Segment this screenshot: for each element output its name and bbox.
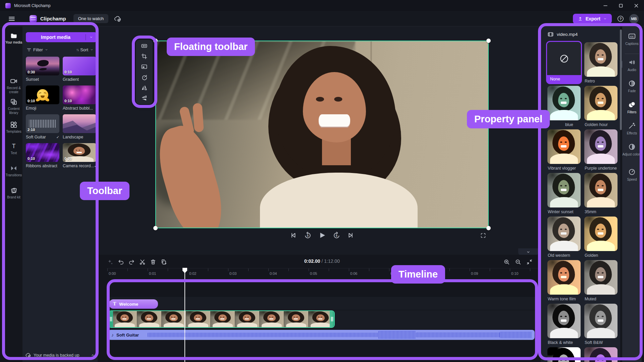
filter-option-soft-bw[interactable] <box>584 304 618 338</box>
media-thumbnail: 0:10 <box>63 85 96 104</box>
svg-text:5: 5 <box>336 234 337 237</box>
clipchamp-app-logo-icon[interactable] <box>30 15 37 22</box>
undo-button[interactable] <box>117 258 125 266</box>
split-scissors-button[interactable] <box>138 258 147 266</box>
zoom-to-fit-button[interactable] <box>525 258 534 266</box>
selection-handle-bottom-left[interactable] <box>153 226 158 230</box>
media-item-emoji[interactable]: 0:10 Emoji <box>26 85 59 111</box>
sidebar-item-content-library[interactable]: Content library <box>5 98 22 115</box>
sidebar-item-transitions[interactable]: Transitions <box>5 165 22 177</box>
menu-icon[interactable] <box>6 13 17 24</box>
media-item-ribbons-abstract[interactable]: 0:10 Ribbons abstract <box>26 143 59 168</box>
filter-option-black-white[interactable] <box>547 304 581 338</box>
play-button[interactable] <box>318 231 326 240</box>
video-clip[interactable] <box>108 310 335 328</box>
duplicate-button[interactable] <box>160 258 168 266</box>
selection-handle-top-left[interactable] <box>153 39 158 43</box>
sort-label: Sort <box>80 47 88 52</box>
filter-option-partial[interactable] <box>584 347 618 362</box>
rail-item-audio[interactable]: Audio <box>622 58 642 72</box>
audio-clip-soft-guitar[interactable]: ♪ Soft Guitar <box>108 330 535 340</box>
text-clip-welcome[interactable]: T Welcome <box>109 299 158 309</box>
sort-dropdown[interactable]: ↑↓ Sort <box>76 47 94 52</box>
filter-dropdown[interactable]: Filter <box>26 47 48 52</box>
sidebar-item-text[interactable]: T Text <box>5 142 22 155</box>
resize-icon[interactable] <box>140 42 149 50</box>
rail-item-effects[interactable]: Effects <box>622 122 642 135</box>
property-panel-scrollbar[interactable] <box>620 29 622 130</box>
export-button[interactable]: Export <box>573 14 612 24</box>
timeline-ruler[interactable]: 0:00 0:01 0:02 0:03 0:04 0:05 0:06 0:07 … <box>107 268 538 278</box>
trim-handle-left[interactable] <box>109 311 113 327</box>
rail-item-adjust-colors[interactable]: Adjust colors <box>622 143 642 157</box>
sidebar-label: Transitions <box>6 173 22 177</box>
selection-handle-top-right[interactable] <box>486 39 491 43</box>
rail-item-speed[interactable]: Speed <box>622 168 642 182</box>
maximize-button[interactable] <box>613 0 629 11</box>
sidebar-item-your-media[interactable]: Your media <box>5 32 22 45</box>
media-item-sunset[interactable]: 0:30 Sunset <box>26 57 59 82</box>
audio-clip-label: Soft Guitar <box>116 333 139 338</box>
filter-option-old-western[interactable] <box>547 217 581 251</box>
video-preview[interactable] <box>155 41 489 228</box>
rail-item-captions[interactable]: CC Captions <box>622 32 642 46</box>
help-button[interactable]: ? <box>616 14 625 23</box>
media-item-abstract-bubbles[interactable]: 0:10 Abstract bubbl... <box>63 85 96 111</box>
filter-option-golden-hour[interactable] <box>584 86 618 120</box>
filter-option-warm-tone-film[interactable] <box>547 260 581 295</box>
floating-toolbar <box>136 40 153 104</box>
filter-option-purple-undertone[interactable] <box>584 129 618 164</box>
playhead[interactable] <box>184 270 185 362</box>
media-item-landscape[interactable]: 0:40 Landscape <box>63 114 96 139</box>
filter-option-none-selected[interactable]: None <box>546 41 582 84</box>
sidebar-label: Your media <box>5 41 22 45</box>
annotation-label-toolbar: Toolbar <box>80 182 129 200</box>
trim-handle-right[interactable] <box>330 311 334 327</box>
filter-option-35mm[interactable] <box>584 173 618 207</box>
skip-to-start-button[interactable] <box>289 231 298 240</box>
rotate-icon[interactable] <box>140 73 149 82</box>
fade-icon <box>628 79 636 87</box>
minimize-button[interactable] <box>598 0 613 11</box>
filter-option-vibrant-vlogger[interactable] <box>547 129 581 164</box>
skip-to-end-button[interactable] <box>346 231 355 240</box>
cloud-sync-icon <box>114 15 121 22</box>
rail-item-fade[interactable]: Fade <box>622 79 642 93</box>
import-media-button[interactable]: Import media <box>26 32 97 42</box>
zoom-in-button[interactable] <box>502 258 511 266</box>
close-button[interactable] <box>629 0 644 11</box>
filter-option-retro[interactable] <box>584 42 618 77</box>
chevron-down-icon <box>90 48 94 52</box>
import-options-chevron[interactable] <box>86 35 97 39</box>
flip-horizontal-icon[interactable] <box>140 83 149 92</box>
backup-status[interactable]: Your media is backed up <box>25 352 95 358</box>
adjust-colors-icon <box>628 143 636 151</box>
filter-option-blue[interactable] <box>547 86 581 120</box>
zoom-out-button[interactable] <box>514 258 522 266</box>
sidebar-item-templates[interactable]: Templates <box>5 121 22 134</box>
selection-handle-bottom-right[interactable] <box>486 226 491 230</box>
forward-5s-button[interactable]: 5 <box>332 231 341 240</box>
avatar[interactable]: MB <box>629 14 639 23</box>
fullscreen-button[interactable] <box>479 231 487 239</box>
rail-item-filters-selected[interactable]: Filters <box>622 101 642 114</box>
media-item-soft-guitar[interactable]: 2:10 Soft Guitar✓ <box>26 114 59 139</box>
filter-option-winter-sunset[interactable] <box>547 173 581 207</box>
project-title-tab[interactable]: One to watch <box>73 14 109 23</box>
sidebar-item-brand-kit[interactable]: Brand kit <box>5 187 22 199</box>
crop-icon[interactable] <box>140 52 149 61</box>
rewind-5s-button[interactable]: 5 <box>303 231 312 240</box>
flip-vertical-icon[interactable] <box>140 94 149 103</box>
picture-in-picture-icon[interactable] <box>140 62 149 71</box>
media-item-camera-recording[interactable]: 0:20 Camera record...✓ <box>63 143 96 168</box>
delete-button[interactable] <box>149 258 157 266</box>
filter-option-partial[interactable] <box>547 347 581 362</box>
media-item-gradient[interactable]: 0:10 Gradient <box>63 57 96 82</box>
filter-option-muted[interactable] <box>584 260 618 295</box>
svg-text:?: ? <box>620 17 622 21</box>
redo-button[interactable] <box>127 258 136 266</box>
text-tool-icon: T <box>10 142 17 150</box>
sidebar-item-record-create[interactable]: Record & create <box>5 77 22 94</box>
filter-option-golden[interactable] <box>584 217 618 251</box>
ai-suggestions-icon[interactable] <box>106 258 114 266</box>
